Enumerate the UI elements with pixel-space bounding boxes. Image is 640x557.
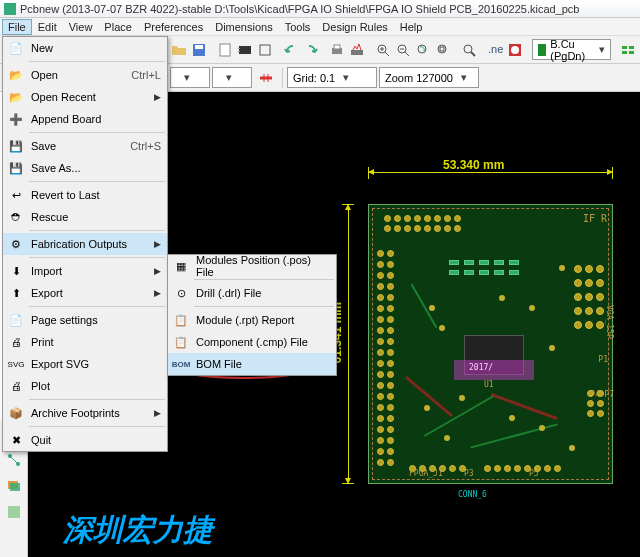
zoom-in-button[interactable] [374, 38, 392, 62]
svg-icon: SVG [7, 355, 25, 373]
chevron-right-icon: ▶ [154, 266, 161, 276]
menu-component-file[interactable]: 📋Component (.cmp) File [168, 331, 336, 353]
menu-export[interactable]: ⬆Export▶ [3, 282, 167, 304]
chevron-right-icon: ▶ [154, 408, 161, 418]
menu-help[interactable]: Help [394, 19, 429, 35]
menu-rescue[interactable]: ⛑Rescue [3, 206, 167, 228]
zoom-select[interactable]: Zoom 127000 ▾ [379, 67, 479, 88]
svg-rect-38 [10, 483, 20, 491]
svg-rect-6 [260, 45, 270, 55]
layer-text: B.Cu (PgDn) [550, 38, 593, 62]
menu-drill-file[interactable]: ⊙Drill (.drl) File [168, 282, 336, 304]
menu-append-board[interactable]: ➕Append Board [3, 108, 167, 130]
undo-button[interactable] [282, 38, 300, 62]
track-width-select[interactable]: ▾ [170, 67, 210, 88]
menu-bom-file[interactable]: BOMBOM File [168, 353, 336, 375]
menu-place[interactable]: Place [98, 19, 138, 35]
chevron-down-icon: ▾ [597, 43, 607, 56]
svg-rect-3 [239, 46, 251, 54]
dimension-width: 53.340 mm [443, 158, 504, 172]
menu-module-report[interactable]: 📋Module (.rpt) Report [168, 309, 336, 331]
dimension-line [368, 172, 613, 173]
zoom-redraw-button[interactable] [414, 38, 432, 62]
open-button[interactable] [170, 38, 188, 62]
svg-rect-4 [238, 48, 240, 49]
menu-preferences[interactable]: Preferences [138, 19, 209, 35]
menu-revert[interactable]: ↩Revert to Last [3, 184, 167, 206]
revert-icon: ↩ [7, 186, 25, 204]
menu-tools[interactable]: Tools [279, 19, 317, 35]
zoom-out-button[interactable] [394, 38, 412, 62]
menu-export-svg[interactable]: SVGExport SVG [3, 353, 167, 375]
menu-edit[interactable]: Edit [32, 19, 63, 35]
menu-fabrication-outputs[interactable]: ⚙Fabrication Outputs▶ [3, 233, 167, 255]
drill-icon: ⊙ [172, 284, 190, 302]
folder-recent-icon: 📂 [7, 88, 25, 106]
grid-text: Grid: 0.1 [293, 72, 335, 84]
print-button[interactable] [328, 38, 346, 62]
save-button[interactable] [190, 38, 208, 62]
menu-plot[interactable]: 🖨Plot [3, 375, 167, 397]
menu-save[interactable]: 💾SaveCtrl+S [3, 135, 167, 157]
menu-bar: File Edit View Place Preferences Dimensi… [0, 18, 640, 36]
plot-button[interactable] [348, 38, 366, 62]
layer-swatch [538, 44, 546, 56]
menu-view[interactable]: View [63, 19, 99, 35]
svg-rect-2 [220, 44, 230, 56]
module-viewer-button[interactable] [256, 38, 274, 62]
menu-design-rules[interactable]: Design Rules [316, 19, 393, 35]
grid-select[interactable]: Grid: 0.1 ▾ [287, 67, 377, 88]
menu-modules-pos[interactable]: ▦Modules Position (.pos) File [168, 255, 336, 277]
svg-rect-1 [195, 45, 203, 49]
find-button[interactable] [460, 38, 478, 62]
menu-print[interactable]: 🖨Print [3, 331, 167, 353]
via-size-select[interactable]: ▾ [212, 67, 252, 88]
svg-rect-27 [622, 51, 627, 54]
save-as-icon: 💾 [7, 159, 25, 177]
drc-button[interactable] [506, 38, 524, 62]
bom-icon: BOM [172, 355, 190, 373]
svg-line-36 [10, 456, 18, 464]
rescue-icon: ⛑ [7, 208, 25, 226]
auto-track-button[interactable] [254, 66, 278, 90]
svg-rect-26 [629, 46, 634, 49]
menu-file[interactable]: File [2, 19, 32, 35]
layer-select[interactable]: B.Cu (PgDn) ▾ [532, 39, 611, 60]
svg-rect-19 [440, 47, 444, 51]
module-editor-button[interactable] [236, 38, 254, 62]
menu-page-settings[interactable]: 📄Page settings [3, 309, 167, 331]
svg-rect-9 [351, 50, 363, 55]
fab-icon: ⚙ [7, 235, 25, 253]
netlist-button[interactable]: .net [486, 38, 504, 62]
import-icon: ⬇ [7, 262, 25, 280]
menu-open-recent[interactable]: 📂Open Recent▶ [3, 86, 167, 108]
p7-label: P7 [604, 390, 614, 399]
menu-save-as[interactable]: 💾Save As... [3, 157, 167, 179]
svg-point-20 [464, 45, 472, 53]
svg-rect-25 [622, 46, 627, 49]
chevron-right-icon: ▶ [154, 92, 161, 102]
layers-icon[interactable] [2, 474, 26, 498]
svg-line-21 [471, 52, 475, 56]
svg-rect-39 [8, 506, 20, 518]
menu-quit[interactable]: ✖Quit [3, 429, 167, 451]
menu-new[interactable]: 📄New [3, 37, 167, 59]
window-title: Pcbnew (2013-07-07 BZR 4022)-stable D:\T… [20, 3, 579, 15]
chevron-down-icon: ▾ [457, 71, 471, 84]
export-icon: ⬆ [7, 284, 25, 302]
report-icon: 📋 [172, 311, 190, 329]
menu-dimensions[interactable]: Dimensions [209, 19, 278, 35]
pcb-board: /* generated below */ VGA_15P P1 U1 2017… [368, 204, 613, 484]
page-settings-button[interactable] [216, 38, 234, 62]
mode-footprint-button[interactable] [619, 38, 637, 62]
print-icon: 🖨 [7, 333, 25, 351]
menu-archive-footprints[interactable]: 📦Archive Footprints▶ [3, 402, 167, 424]
append-icon: ➕ [7, 110, 25, 128]
zones-icon[interactable] [2, 500, 26, 524]
archive-icon: 📦 [7, 404, 25, 422]
menu-import[interactable]: ⬇Import▶ [3, 260, 167, 282]
cmp-icon: 📋 [172, 333, 190, 351]
redo-button[interactable] [302, 38, 320, 62]
zoom-fit-button[interactable] [434, 38, 452, 62]
menu-open[interactable]: 📂OpenCtrl+L [3, 64, 167, 86]
